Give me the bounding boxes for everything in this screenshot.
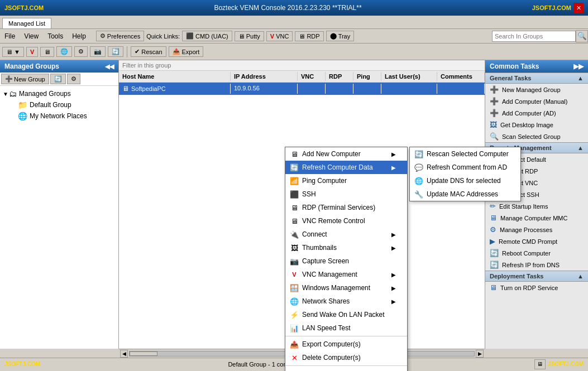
cm-add-computer[interactable]: 🖥 Add New Computer ▶ [285, 147, 407, 161]
tree-item-network[interactable]: ▶ 🌐 My Network Places [11, 110, 116, 122]
search-input[interactable] [492, 31, 576, 42]
cm-network-shares[interactable]: 🌐 Network Shares ▶ [285, 295, 407, 308]
tree-icon-network: 🌐 [18, 112, 27, 121]
cm-delete-icon: ✕ [290, 353, 299, 362]
screen-toolbar-button[interactable]: 📷 [90, 46, 106, 57]
tree-children-root: ▶ 📁 Default Group ▶ 🌐 My Network Places [11, 99, 116, 122]
task-add-computer-ad[interactable]: ➕ Add Computer (AD) [485, 107, 588, 119]
vnc-button[interactable]: V VNC [266, 31, 293, 41]
cm-windows-arrow-icon: ▶ [391, 285, 396, 291]
new-group-button[interactable]: ➕ New Group [1, 74, 49, 84]
preferences-button[interactable]: ⚙ Preferences [96, 31, 144, 41]
export-button[interactable]: 📤 Export [169, 46, 204, 57]
cm-quick-mass[interactable]: Quick Mass Changes ▶ [285, 367, 407, 371]
collapse-right-icon[interactable]: ▶▶ [573, 62, 584, 70]
sm-rescan-icon: 🔄 [414, 150, 423, 158]
putty-button[interactable]: 🖥 Putty [235, 31, 264, 41]
cm-refresh-arrow-icon: ▶ [391, 165, 396, 171]
cm-vnc-remote[interactable]: 🖥 VNC Remote Control [285, 214, 407, 228]
tray-icon: ⬤ [330, 32, 337, 40]
cm-lan-speed[interactable]: 📊 LAN Speed Test [285, 321, 407, 335]
task-remote-cmd[interactable]: ▶ Remote CMD Prompt [485, 235, 588, 247]
general-tasks-collapse-icon[interactable]: ▲ [577, 75, 584, 81]
cm-ping-icon: 📶 [290, 176, 299, 185]
cm-wake-on-lan[interactable]: ⚡ Send Wake On LAN Packet [285, 308, 407, 321]
sm-rescan-selected[interactable]: 🔄 Rescan Selected Computer [410, 147, 520, 161]
tree-item-root[interactable]: ▼ 🗂 Managed Groups [2, 88, 116, 99]
task-scan-group[interactable]: 🔍 Scan Selected Group [485, 131, 588, 142]
main-area: Managed Groups ◀◀ ➕ New Group 🔄 ⚙ ▼ 🗂 Ma… [0, 60, 588, 349]
deployment-collapse-icon[interactable]: ▲ [577, 273, 584, 280]
cm-add-icon: 🖥 [290, 150, 299, 158]
reboot-icon: 🔄 [490, 249, 499, 257]
task-turn-rdp[interactable]: 🖥 Turn on RDP Service [485, 282, 588, 293]
sm-refresh-comment[interactable]: 💬 Refresh Comment from AD [410, 161, 520, 174]
cm-ssh-icon: ⬛ [290, 190, 299, 199]
right-panel-filler [485, 293, 588, 305]
cm-export-computers[interactable]: 📤 Export Computer(s) [285, 338, 407, 351]
settings-group-button[interactable]: ⚙ [67, 74, 80, 84]
tray-button[interactable]: ⬤ Tray [326, 31, 355, 41]
collapse-left-icon[interactable]: ◀◀ [105, 63, 114, 70]
add-computer-toolbar-button[interactable]: 🖥 ▼ [2, 47, 24, 57]
cm-vnc-icon: 🖥 [290, 216, 299, 225]
task-manage-processes[interactable]: ⚙ Manage Processes [485, 224, 588, 235]
rdp-toolbar-button[interactable]: 🖥 [40, 47, 54, 57]
scroll-thumb[interactable] [130, 351, 157, 356]
tree-toggle-root[interactable]: ▼ [2, 91, 9, 97]
cm-rdp-terminal[interactable]: 🖥 RDP (Terminal Services) [285, 201, 407, 214]
cell-rdp [326, 84, 353, 94]
cmd-button[interactable]: ⬛ CMD (UAC) [182, 31, 232, 41]
add-computer-ad-icon: ➕ [490, 109, 499, 117]
refresh-group-button[interactable]: 🔄 [50, 74, 66, 84]
task-add-computer-manual[interactable]: ➕ Add Computer (Manual) [485, 95, 588, 107]
scroll-right-button[interactable]: ▶ [476, 350, 484, 358]
status-screen-button[interactable]: 🖥 [534, 359, 546, 369]
cm-vnc-mgmt[interactable]: V VNC Management ▶ [285, 268, 407, 281]
cm-thumbnails[interactable]: 🖼 Thumbnails ▶ [285, 241, 407, 254]
menu-view[interactable]: View [20, 31, 43, 42]
cm-connect-icon: 🔌 [290, 230, 299, 239]
sm-update-mac[interactable]: 🔧 Update MAC Addresses [410, 187, 520, 201]
task-refresh-ip-dns[interactable]: 🔄 Refresh IP from DNS [485, 259, 588, 271]
search-button[interactable]: 🔍 [576, 30, 588, 42]
settings-group-icon: ⚙ [71, 75, 77, 83]
rescan-button[interactable]: ✔ Rescan [131, 46, 166, 57]
scroll-left-button[interactable]: ◀ [120, 350, 128, 358]
table-row[interactable]: 🖥 SoftpediaPC 10.9.0.56 [119, 83, 485, 95]
sm-update-dns[interactable]: 🌐 Update DNS for selected [410, 174, 520, 187]
refresh-toolbar-button[interactable]: 🔄 [108, 46, 123, 57]
rdp-button[interactable]: 🖥 RDP [295, 31, 323, 41]
status-screen-icon: 🖥 [537, 361, 543, 367]
cm-separator-1 [285, 336, 407, 336]
task-get-desktop-image[interactable]: 🖼 Get Desktop Image [485, 119, 588, 131]
cm-ssh[interactable]: ⬛ SSH [285, 187, 407, 201]
cm-windows-mgmt[interactable]: 🪟 Windows Management ▶ [285, 281, 407, 295]
rdp-toolbar-icon: 🖥 [44, 49, 50, 55]
settings-toolbar-button[interactable]: ⚙ [74, 46, 88, 57]
managed-list-tab[interactable]: Managed List [2, 18, 51, 28]
vnc-toolbar-button[interactable]: V [26, 47, 38, 57]
cm-ping-computer[interactable]: 📶 Ping Computer [285, 174, 407, 187]
task-new-managed-group[interactable]: ➕ New Managed Group [485, 84, 588, 95]
cm-connect[interactable]: 🔌 Connect ▶ [285, 228, 407, 241]
filter-input[interactable] [122, 62, 481, 69]
cm-capture-screen[interactable]: 📷 Capture Screen [285, 254, 407, 268]
sm-refresh-comment-icon: 💬 [414, 163, 423, 172]
task-reboot-computer[interactable]: 🔄 Reboot Computer [485, 247, 588, 259]
menu-help[interactable]: Help [68, 31, 90, 42]
col-header-rdp: RDP [326, 72, 353, 81]
cm-thumbnails-icon: 🖼 [290, 243, 299, 252]
network-toolbar-button[interactable]: 🌐 [56, 46, 72, 57]
close-button[interactable]: ✕ [573, 3, 584, 13]
remote-mgmt-collapse-icon[interactable]: ▲ [577, 144, 584, 151]
status-right-logo: JSOFTJ.COM [548, 361, 584, 367]
tree-item-default[interactable]: ▶ 📁 Default Group [11, 99, 116, 110]
menu-tools[interactable]: Tools [43, 31, 68, 42]
menu-file[interactable]: File [0, 31, 20, 42]
col-header-comments: Comments [437, 72, 485, 81]
task-manage-mmc[interactable]: 🖥 Manage Computer MMC [485, 212, 588, 224]
cm-refresh-computer-data[interactable]: 🔄 Refresh Computer Data ▶ [285, 161, 407, 174]
cm-delete-computers[interactable]: ✕ Delete Computer(s) [285, 351, 407, 364]
task-edit-startup[interactable]: ✏ Edit Startup Items [485, 200, 588, 212]
